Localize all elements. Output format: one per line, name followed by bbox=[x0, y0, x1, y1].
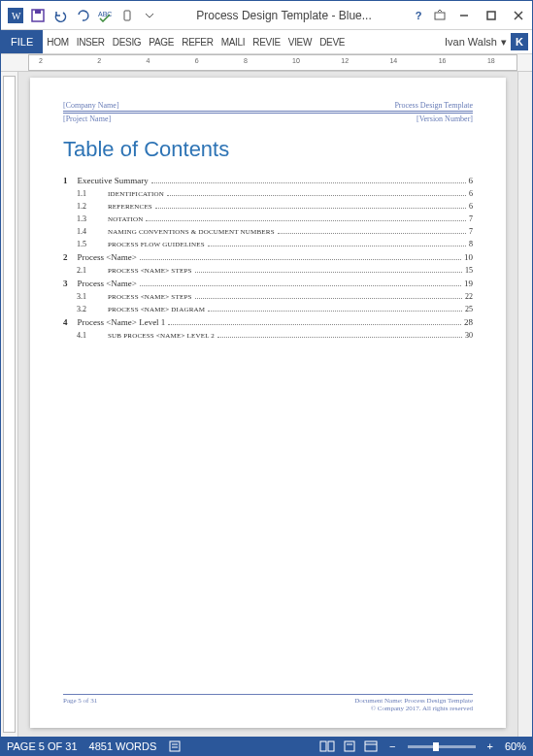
redo-icon[interactable] bbox=[72, 5, 93, 26]
toc-entry-page: 22 bbox=[465, 292, 473, 301]
toc-entry-label: Process Flow Guidelines bbox=[108, 241, 205, 248]
toc-entry-label: Process <Name> Steps bbox=[108, 267, 192, 275]
tab-design[interactable]: DESIG bbox=[109, 37, 146, 48]
tab-view[interactable]: VIEW bbox=[284, 37, 316, 48]
toc-entry-num: 1.4 bbox=[77, 227, 98, 236]
header-company: [Company Name] bbox=[63, 101, 119, 110]
touch-mode-icon[interactable] bbox=[117, 5, 138, 26]
footer-copyright: © Company 2017. All rights reserved bbox=[354, 705, 473, 712]
toc-entry-label: Notation bbox=[108, 215, 143, 223]
toc-entry[interactable]: 1.1Identification6 bbox=[63, 189, 473, 198]
svg-rect-3 bbox=[35, 10, 41, 14]
toc-entry[interactable]: 1.2References6 bbox=[63, 202, 473, 211]
page-header-row2: [Project Name] [Version Number] bbox=[63, 113, 473, 123]
zoom-slider[interactable] bbox=[408, 745, 476, 748]
horizontal-ruler[interactable]: 2 2 4 6 8 10 12 14 16 18 bbox=[1, 54, 532, 72]
document-viewport[interactable]: [Company Name] Process Design Template [… bbox=[18, 72, 517, 737]
tab-references[interactable]: REFER bbox=[178, 37, 217, 48]
toc-entry-page: 10 bbox=[464, 252, 473, 262]
window-controls bbox=[450, 2, 532, 29]
svg-rect-18 bbox=[365, 741, 377, 751]
ribbon-display-icon[interactable] bbox=[429, 5, 450, 26]
svg-text:W: W bbox=[12, 11, 21, 21]
svg-text:ABC: ABC bbox=[98, 11, 112, 17]
ruler-tick: 12 bbox=[341, 57, 349, 64]
zoom-thumb[interactable] bbox=[433, 742, 439, 751]
undo-icon[interactable] bbox=[50, 5, 71, 26]
toc-entry-page: 6 bbox=[469, 176, 474, 185]
ruler-tick: 16 bbox=[439, 57, 447, 64]
proofing-icon[interactable] bbox=[168, 740, 182, 753]
toc-entry[interactable]: 3.1Process <Name> Steps22 bbox=[63, 292, 473, 301]
svg-rect-6 bbox=[435, 13, 445, 19]
maximize-button[interactable] bbox=[478, 2, 505, 29]
help-icon[interactable]: ? bbox=[408, 5, 429, 26]
tab-page[interactable]: PAGE bbox=[145, 37, 178, 48]
toc-leader-dots bbox=[168, 324, 461, 325]
toc-entry[interactable]: 4Process <Name> Level 128 bbox=[63, 317, 473, 327]
zoom-in-button[interactable]: + bbox=[487, 740, 493, 752]
ruler-tick: 4 bbox=[146, 57, 150, 64]
toc-entry-label: Process <Name> bbox=[78, 279, 137, 288]
toc-entry-label: Naming Conventions & Document Numbers bbox=[108, 228, 275, 236]
footer-page-num: Page 5 of 31 bbox=[63, 697, 97, 712]
status-word-count[interactable]: 4851 WORDS bbox=[89, 740, 157, 752]
toc-entry-page: 6 bbox=[469, 202, 473, 211]
ruler-tick: 2 bbox=[39, 57, 43, 64]
qat-customize-icon[interactable] bbox=[139, 5, 160, 26]
web-layout-icon[interactable] bbox=[364, 740, 378, 752]
spellcheck-icon[interactable]: ABC bbox=[94, 5, 116, 26]
close-button[interactable] bbox=[505, 2, 532, 29]
toc-entry[interactable]: 3.2Process <Name> Diagram25 bbox=[63, 305, 473, 313]
vertical-scrollbar[interactable] bbox=[517, 72, 532, 737]
file-tab[interactable]: FILE bbox=[1, 30, 43, 53]
toc-entry[interactable]: 2Process <Name>10 bbox=[63, 252, 473, 262]
toc-leader-dots bbox=[195, 298, 462, 299]
user-avatar: K bbox=[511, 33, 528, 50]
minimize-button[interactable] bbox=[450, 2, 478, 29]
toc-entry-page: 19 bbox=[464, 279, 473, 288]
tab-insert[interactable]: INSER bbox=[73, 37, 109, 48]
title-bar: W ABC Process Design Template - Blue... … bbox=[1, 1, 532, 30]
print-layout-icon[interactable] bbox=[343, 740, 356, 752]
toc-entry-page: 7 bbox=[469, 214, 473, 223]
toc-entry-num: 1.1 bbox=[77, 189, 98, 198]
tab-developer[interactable]: DEVE bbox=[316, 37, 349, 48]
svg-rect-14 bbox=[320, 741, 326, 751]
toc-entry-label: Sub Process <Name> Level 2 bbox=[108, 332, 215, 340]
status-page-info[interactable]: PAGE 5 OF 31 bbox=[7, 740, 78, 752]
user-account[interactable]: Ivan Walsh ▾ K bbox=[445, 33, 532, 50]
ruler-tick: 6 bbox=[195, 57, 199, 64]
toc-entry[interactable]: 4.1Sub Process <Name> Level 230 bbox=[63, 331, 473, 340]
save-icon[interactable] bbox=[27, 5, 49, 26]
toc-entry[interactable]: 1.4Naming Conventions & Document Numbers… bbox=[63, 227, 473, 236]
work-area: [Company Name] Process Design Template [… bbox=[1, 72, 532, 737]
toc-entry-num: 3.1 bbox=[77, 292, 98, 301]
word-icon[interactable]: W bbox=[5, 5, 26, 26]
zoom-out-button[interactable]: − bbox=[389, 740, 395, 752]
ribbon-tabs: FILE HOM INSER DESIG PAGE REFER MAILI RE… bbox=[1, 30, 532, 54]
toc-entry[interactable]: 1.5Process Flow Guidelines8 bbox=[63, 240, 473, 248]
toc-leader-dots bbox=[151, 182, 466, 183]
ruler-track: 2 2 4 6 8 10 12 14 16 18 bbox=[28, 54, 517, 71]
toc-entry[interactable]: 1Executive Summary6 bbox=[63, 176, 473, 185]
svg-rect-15 bbox=[328, 741, 334, 751]
tab-home[interactable]: HOM bbox=[43, 37, 72, 48]
tab-review[interactable]: REVIE bbox=[249, 37, 284, 48]
toc-entry[interactable]: 3Process <Name>19 bbox=[63, 279, 473, 288]
toc-entry-num: 2 bbox=[63, 252, 68, 262]
zoom-level[interactable]: 60% bbox=[505, 740, 526, 752]
toc-entry[interactable]: 1.3Notation7 bbox=[63, 214, 473, 223]
toc-entry-num: 3 bbox=[63, 279, 68, 288]
tab-mailings[interactable]: MAILI bbox=[217, 37, 250, 48]
ruler-tick: 10 bbox=[292, 57, 300, 64]
toc-entry[interactable]: 2.1Process <Name> Steps15 bbox=[63, 266, 473, 275]
svg-rect-16 bbox=[345, 741, 354, 751]
toc-leader-dots bbox=[208, 311, 462, 312]
quick-access-toolbar: W ABC bbox=[1, 5, 160, 26]
vertical-ruler[interactable] bbox=[1, 72, 18, 737]
read-mode-icon[interactable] bbox=[319, 740, 335, 752]
document-page[interactable]: [Company Name] Process Design Template [… bbox=[30, 78, 506, 728]
toc-leader-dots bbox=[155, 208, 466, 209]
toc-entry-page: 30 bbox=[465, 331, 473, 340]
